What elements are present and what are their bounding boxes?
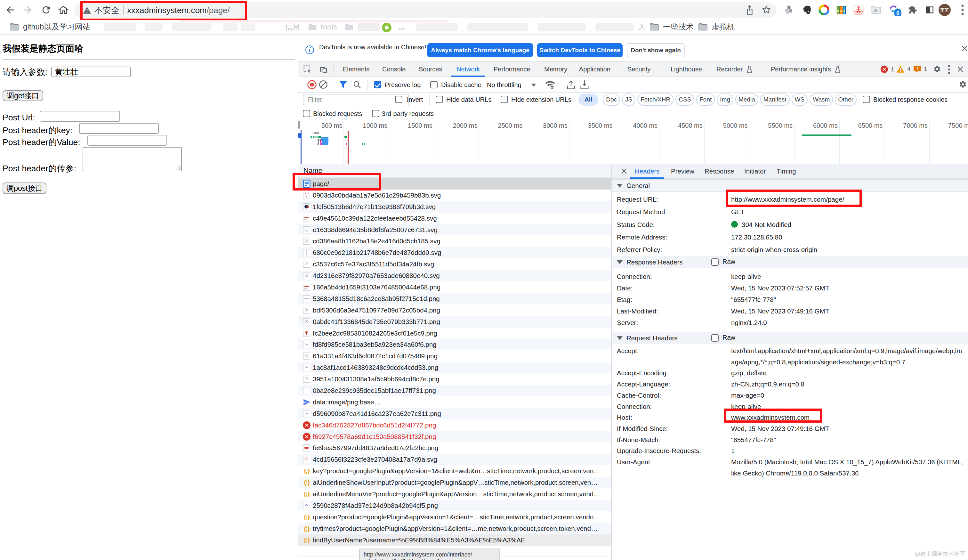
post-value-input[interactable]	[88, 135, 167, 146]
throttling-select[interactable]: No throttling	[487, 81, 522, 89]
request-row[interactable]: c49e45610c39da122cfeefaeebd55428.svg	[298, 213, 611, 224]
post-button[interactable]: 调post接口	[3, 182, 46, 194]
panel-tab-initiator[interactable]: Initiator	[744, 164, 766, 179]
issues-badge[interactable]: 1	[913, 65, 927, 73]
filter-pill-media[interactable]: Media	[735, 93, 758, 106]
reload-icon[interactable]	[40, 0, 53, 20]
request-row[interactable]: fe6bea567997dd4837a8ded07e2fe2bc.png	[298, 442, 611, 454]
tab-console[interactable]: Console	[382, 62, 406, 77]
extension-google-icon[interactable]	[817, 0, 831, 20]
extension-folder-download-icon[interactable]	[869, 0, 883, 20]
filter-pill-font[interactable]: Font	[696, 93, 715, 106]
disable-cache-checkbox[interactable]	[430, 81, 438, 88]
request-row[interactable]: {;}aiUnderlineShowUserInput?product=goog…	[298, 477, 611, 488]
request-row[interactable]: 4cd15656f3223cfe3e270408a17a7d9a.svg	[298, 454, 611, 465]
tab-memory[interactable]: Memory	[544, 62, 567, 77]
raw-checkbox[interactable]	[711, 258, 719, 266]
bookmark-star-icon[interactable]	[759, 0, 773, 20]
request-row[interactable]: 2590c2878f4ad37e124d9b8a42b94cf5.png	[298, 500, 611, 511]
filter-pill-ws[interactable]: WS	[792, 93, 808, 106]
blocked-cookies-checkbox[interactable]	[863, 96, 870, 103]
panel-tab-response[interactable]: Response	[704, 164, 734, 179]
extension-cubes-icon[interactable]	[782, 0, 795, 20]
switch-devtools-button[interactable]: Switch DevTools to Chinese	[537, 43, 623, 57]
request-row[interactable]: bdf5306d6a3e47510977e09d72c05bd4.png	[298, 305, 611, 316]
filter-input[interactable]: Filter	[303, 94, 409, 105]
tab-application[interactable]: Application	[579, 62, 610, 77]
extension-books-icon[interactable]	[834, 0, 848, 20]
request-row[interactable]: {;}findByUserName?username=%E9%BB%84%E5%…	[298, 534, 611, 546]
request-row[interactable]: 4d2316e879f82970a7653ade60880e40.svg	[298, 270, 611, 282]
request-row[interactable]: {;}question?product=googlePlugin&appVers…	[298, 511, 611, 523]
tab-lighthouse[interactable]: Lighthouse	[671, 62, 702, 77]
panel-tab-timing[interactable]: Timing	[777, 164, 796, 179]
bookmark-tools[interactable]: tools	[308, 20, 337, 34]
tab-security[interactable]: Security	[627, 62, 650, 77]
error-badge[interactable]: 1	[880, 65, 894, 73]
request-row[interactable]: 1fcf50513b6d47e71b13e9388f709b3d.svg	[298, 201, 611, 213]
search-icon[interactable]	[353, 80, 361, 89]
request-row[interactable]: c3537c6c57e37ac3f5511d5df34a24fb.svg	[298, 258, 611, 270]
profile-avatar[interactable]: 莱莱	[938, 4, 951, 16]
browser-menu-icon[interactable]	[958, 0, 967, 20]
get-button[interactable]: 调get接口	[3, 90, 43, 101]
settings-gear-icon[interactable]	[933, 65, 941, 74]
devtools-close-icon[interactable]	[956, 65, 965, 73]
filter-pill-all[interactable]: All	[578, 93, 598, 106]
filter-pill-wasm[interactable]: Wasm	[810, 93, 833, 106]
devtools-menu-icon[interactable]	[948, 65, 950, 74]
request-row[interactable]: 5368a48155d18c6a2ce8ab95f2715e1d.png	[298, 293, 611, 305]
panel-tab-preview[interactable]: Preview	[671, 164, 695, 179]
inspect-icon[interactable]	[303, 65, 312, 74]
request-row[interactable]: cd386aa8b1162ba18e2e416d0d5cb185.svg	[298, 235, 611, 247]
request-row[interactable]: {;}trytimes?product=googlePlugin&appVers…	[298, 523, 611, 534]
post-url-input[interactable]	[40, 111, 120, 122]
request-row[interactable]: data:image/png;base…	[298, 396, 611, 408]
request-row[interactable]: {;}aiUnderlineMenuVer?product=googlePlug…	[298, 488, 611, 500]
filter-pill-js[interactable]: JS	[622, 93, 635, 106]
request-row[interactable]: 680c0e9d2181b21748b6e7de487dddd0.svg	[298, 247, 611, 258]
request-row[interactable]: 61a331a4f463d6cf0872c1cd7d075489.png	[298, 350, 611, 362]
preserve-log-checkbox[interactable]	[374, 81, 381, 88]
request-row[interactable]: d596090b87ea41d16ca237ea62e7c311.png	[298, 408, 611, 419]
filter-pill-css[interactable]: CSS	[675, 93, 695, 106]
network-settings-gear-icon[interactable]	[958, 80, 967, 89]
import-har-icon[interactable]	[567, 80, 575, 89]
filter-pill-fetchxhr[interactable]: Fetch/XHR	[637, 93, 673, 106]
raw-checkbox[interactable]	[711, 334, 719, 341]
request-row[interactable]: 166a5b4dd1659f3103e7648500444e68.png	[298, 282, 611, 293]
clear-icon[interactable]	[319, 80, 328, 89]
back-icon[interactable]	[4, 0, 17, 20]
request-row[interactable]: fc2bee2dc9853010824265e3cf01e5c9.png	[298, 328, 611, 339]
panel-tab-headers[interactable]: Headers	[635, 164, 660, 179]
invert-checkbox[interactable]	[395, 96, 403, 103]
request-row[interactable]: fd8fd985ce581ba3eb5a923ea34a60f6.png	[298, 339, 611, 350]
param-input[interactable]: 黄壮壮	[51, 66, 131, 77]
post-key-input[interactable]	[79, 123, 159, 134]
bookmark-folder-tech[interactable]: 一些技术	[650, 20, 694, 34]
resize-handle[interactable]	[176, 165, 181, 170]
match-language-button[interactable]: Always match Chrome's language	[427, 43, 533, 57]
request-row[interactable]: 0903d3c0bd4ab1a7e5d61c29b459b83b.svg	[298, 190, 611, 201]
request-row[interactable]: 3951a100431308a1af5c9bb694cd8c7e.png	[298, 373, 611, 385]
bookmark-partial2[interactable]	[345, 20, 380, 34]
hide-data-urls-checkbox[interactable]	[436, 96, 443, 103]
filter-pill-manifest[interactable]: Manifest	[760, 93, 790, 106]
tab-sources[interactable]: Sources	[419, 62, 442, 77]
request-headers-section-header[interactable]: Request HeadersRaw	[612, 332, 968, 344]
forward-icon[interactable]	[21, 0, 34, 20]
export-har-icon[interactable]	[580, 80, 589, 89]
warning-badge[interactable]: 4	[896, 65, 911, 73]
request-row[interactable]: 0ba2e8e239c935dec15abf1ae17ff731.png	[298, 385, 611, 396]
network-overview[interactable]: 500 ms1000 ms1500 ms2000 ms2500 ms3000 m…	[298, 121, 968, 164]
share-icon[interactable]	[743, 0, 757, 20]
filter-pill-other[interactable]: Other	[835, 93, 857, 106]
record-icon[interactable]	[307, 80, 317, 89]
network-conditions-icon[interactable]	[545, 80, 555, 89]
extension-sync-icon[interactable]: 0	[887, 0, 902, 20]
blocked-requests-checkbox[interactable]	[303, 110, 310, 117]
panel-close-icon[interactable]	[620, 167, 628, 175]
filter-icon[interactable]	[339, 80, 348, 89]
bookmark-ellipsis[interactable]: ...	[398, 20, 404, 34]
tab-performance-insights[interactable]: Performance insights	[771, 62, 841, 77]
